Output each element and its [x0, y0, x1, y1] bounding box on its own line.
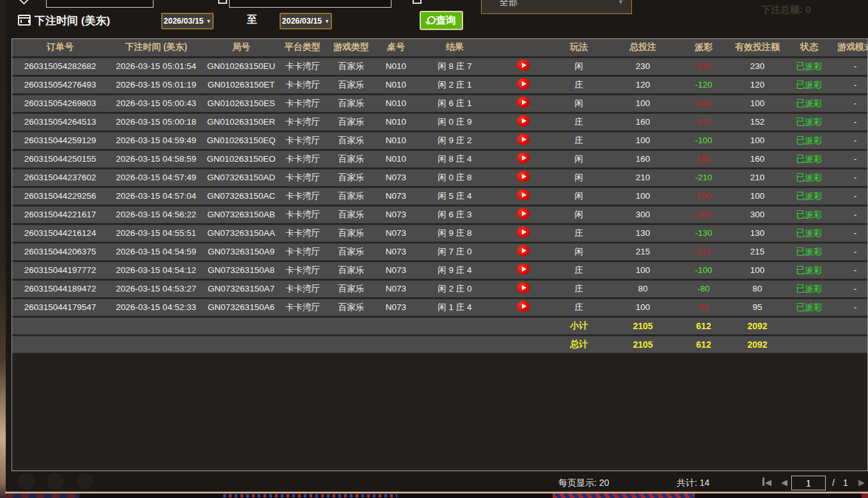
cell-bet-time: 2026-03-15 05:00:18 — [108, 113, 204, 131]
cell-replay — [493, 205, 553, 224]
replay-icon[interactable] — [517, 189, 530, 201]
cell-result: 闲 6 庄 1 — [416, 94, 493, 113]
status-badge: 已派彩 — [789, 131, 830, 150]
status-badge: 已派彩 — [789, 279, 830, 298]
cell-order-id: 260315044237602 — [12, 168, 108, 187]
cell-play-type: 闲 — [553, 168, 604, 187]
replay-icon[interactable] — [517, 97, 530, 108]
table-body: 260315054282682 2026-03-15 05:01:54 GN01… — [12, 57, 868, 316]
cell-game-mode: - — [830, 131, 868, 150]
replay-icon[interactable] — [517, 300, 530, 312]
query-button[interactable]: 查询 — [420, 11, 463, 30]
cell-total-bet: 100 — [604, 298, 681, 316]
replay-icon[interactable] — [517, 59, 530, 71]
first-page-button[interactable]: ◀ — [762, 478, 771, 487]
cell-bet-time: 2026-03-15 04:57:04 — [108, 187, 204, 205]
play-triangle-icon — [522, 230, 526, 235]
cell-payout: 215 — [681, 242, 726, 261]
cell-game-type: 百家乐 — [327, 75, 375, 94]
replay-icon[interactable] — [517, 134, 530, 145]
table-row: 260315054269803 2026-03-15 05:00:43 GN01… — [12, 94, 868, 113]
cell-bet-time: 2026-03-15 04:53:27 — [108, 279, 204, 298]
cell-replay — [493, 261, 553, 279]
replay-icon[interactable] — [517, 152, 530, 164]
chevron-down-icon: ▼ — [324, 19, 329, 24]
to-label: 至 — [247, 13, 257, 27]
cell-valid-bet: 120 — [726, 75, 789, 94]
cell-game-mode: - — [830, 298, 868, 316]
cell-platform: 卡卡湾厅 — [278, 187, 327, 205]
cell-order-id: 260315044229256 — [12, 187, 108, 205]
cell-play-type: 庄 — [553, 113, 604, 131]
header-order-id: 订单号 — [12, 39, 108, 57]
prev-page-button[interactable]: ◀ — [781, 478, 787, 487]
date-from-select[interactable]: 2026/03/15 ▼ — [161, 13, 214, 29]
cell-table-no: N073 — [375, 242, 416, 261]
cell-table-no: N073 — [375, 261, 416, 279]
status-badge: 已派彩 — [789, 113, 830, 131]
cell-platform: 卡卡湾厅 — [278, 57, 327, 75]
window-left-edge — [0, 0, 6, 498]
cell-game-mode: - — [830, 168, 868, 187]
page-number-input[interactable] — [791, 476, 826, 490]
cell-round-id: GN073263150AA — [204, 224, 278, 242]
cell-payout: 160 — [681, 150, 726, 168]
cell-table-no: N010 — [375, 131, 416, 150]
cell-replay — [493, 113, 553, 131]
cell-bet-time: 2026-03-15 05:00:43 — [108, 94, 204, 113]
replay-icon[interactable] — [517, 263, 530, 275]
cell-payout: 300 — [681, 205, 726, 224]
play-triangle-icon — [522, 211, 526, 216]
cell-game-type: 百家乐 — [327, 261, 375, 279]
date-to-select[interactable]: 2026/03/15 ▼ — [280, 13, 332, 29]
cell-replay — [493, 131, 553, 150]
cell-payout: 100 — [681, 94, 726, 113]
cell-bet-time: 2026-03-15 05:01:54 — [108, 57, 204, 75]
cell-game-type: 百家乐 — [327, 113, 375, 131]
cell-round-id: GN010263150ER — [204, 113, 278, 131]
replay-icon[interactable] — [517, 208, 530, 219]
status-badge: 已派彩 — [789, 224, 830, 242]
next-page-button[interactable]: ▶ — [858, 478, 865, 487]
cell-platform: 卡卡湾厅 — [278, 242, 327, 261]
cell-total-bet: 80 — [604, 279, 681, 298]
cell-replay — [493, 187, 553, 205]
replay-icon[interactable] — [517, 245, 530, 256]
status-badge: 已派彩 — [789, 261, 830, 279]
replay-icon[interactable] — [517, 282, 530, 293]
cell-total-bet: 120 — [604, 75, 681, 94]
play-triangle-icon — [522, 267, 526, 272]
cell-game-type: 百家乐 — [327, 57, 375, 75]
cell-payout: -100 — [681, 131, 726, 150]
cell-result: 闲 7 庄 0 — [416, 242, 493, 261]
replay-icon[interactable] — [517, 226, 530, 238]
header-play-type: 玩法 — [553, 39, 604, 57]
replay-icon[interactable] — [517, 78, 530, 89]
cell-order-id: 260315054269803 — [12, 94, 108, 113]
cell-total-bet: 100 — [604, 94, 681, 113]
header-bet-time: 下注时间 (美东) — [108, 39, 204, 57]
header-platform: 平台类型 — [278, 39, 327, 57]
header-replay-spacer — [493, 39, 553, 57]
cell-platform: 卡卡湾厅 — [278, 94, 327, 113]
cell-replay — [493, 150, 553, 168]
cell-platform: 卡卡湾厅 — [278, 150, 327, 168]
subtotal-total-bet: 2105 — [604, 316, 681, 335]
cell-replay — [493, 94, 553, 113]
replay-icon[interactable] — [517, 171, 530, 182]
cell-replay — [493, 75, 553, 94]
chevron-down-icon: ▼ — [206, 19, 211, 24]
cell-order-id: 260315054264513 — [12, 113, 108, 131]
cell-result: 闲 9 庄 4 — [416, 261, 493, 279]
cell-game-type: 百家乐 — [327, 242, 375, 261]
play-triangle-icon — [522, 304, 526, 309]
cell-result: 闲 2 庄 1 — [416, 75, 493, 94]
cell-valid-bet: 100 — [726, 261, 789, 279]
cell-game-type: 百家乐 — [327, 279, 375, 298]
cell-order-id: 260315054282682 — [12, 57, 108, 75]
cell-play-type: 闲 — [553, 150, 604, 168]
cell-platform: 卡卡湾厅 — [278, 168, 327, 187]
cell-payout: -80 — [681, 279, 726, 298]
replay-icon[interactable] — [517, 115, 530, 127]
status-badge: 已派彩 — [789, 57, 830, 75]
